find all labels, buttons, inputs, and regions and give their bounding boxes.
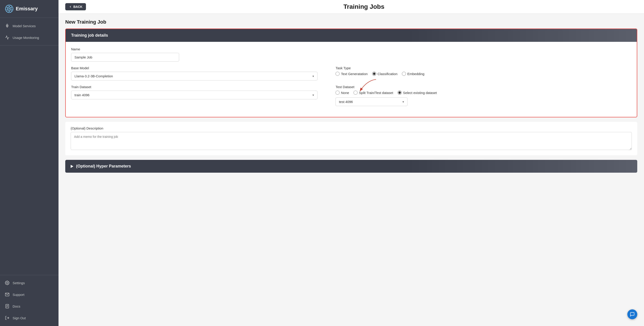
test-dataset-radio-group: None Split Train/Test dataset Select exi… xyxy=(336,91,632,95)
radio-split-label: Split Train/Test dataset xyxy=(359,91,393,95)
test-dataset-select[interactable]: test 4096 test 2048 test 512 xyxy=(336,97,408,106)
document-icon xyxy=(5,304,10,309)
sidebar-logo: Emissary xyxy=(0,0,58,18)
radio-classification-input[interactable] xyxy=(372,72,376,76)
sidebar-item-label-docs: Docs xyxy=(12,305,20,308)
sidebar-item-sign-out[interactable]: Sign Out xyxy=(0,312,58,324)
base-model-select-wrapper: Llama-3.2-3B-Completion Llama-3.2-7B-Com… xyxy=(71,72,318,80)
radio-text-gen-label: Text Generatation xyxy=(341,72,368,76)
radio-existing-label: Select existing dataset xyxy=(403,91,437,95)
signout-icon xyxy=(5,316,10,320)
svg-point-6 xyxy=(7,282,8,284)
radio-existing[interactable]: Select existing dataset xyxy=(398,91,437,95)
train-dataset-select[interactable]: train 4096 train 2048 train 512 xyxy=(71,91,318,99)
name-section: Name xyxy=(71,47,632,62)
train-dataset-label: Train Dataset xyxy=(71,85,318,89)
sidebar-nav: Model Services Usage Monitoring Settings xyxy=(0,18,58,326)
sidebar-item-label-sign-out: Sign Out xyxy=(12,316,26,320)
sidebar: Emissary Model Services Usage Monitoring xyxy=(0,0,58,326)
sidebar-item-model-services[interactable]: Model Services xyxy=(0,20,58,32)
radio-split[interactable]: Split Train/Test dataset xyxy=(354,91,393,95)
test-dataset-col: Test Dataset xyxy=(336,85,632,106)
rocket-icon xyxy=(5,23,10,28)
radio-embedding[interactable]: Embedding xyxy=(402,72,424,76)
radio-embedding-input[interactable] xyxy=(402,72,406,76)
radio-classification-label: Classification xyxy=(378,72,398,76)
radio-none-input[interactable] xyxy=(336,91,340,95)
test-dataset-label: Test Dataset xyxy=(336,85,632,89)
card-header-title: Training job details xyxy=(71,33,108,37)
sidebar-item-settings[interactable]: Settings xyxy=(0,277,58,289)
train-dataset-select-wrapper: train 4096 train 2048 train 512 xyxy=(71,91,318,99)
job-details-card: Training job details Name Base Model Lla… xyxy=(65,28,637,117)
back-button[interactable]: BACK xyxy=(65,3,86,10)
test-dataset-select-wrapper: test 4096 test 2048 test 512 xyxy=(336,97,408,106)
sidebar-divider-top xyxy=(0,45,58,45)
sidebar-item-label-usage-monitoring: Usage Monitoring xyxy=(12,36,39,39)
new-training-job-title: New Training Job xyxy=(65,19,637,25)
gear-icon xyxy=(5,281,10,285)
chat-fab-button[interactable] xyxy=(627,309,637,319)
envelope-icon xyxy=(5,292,10,297)
radio-text-gen-input[interactable] xyxy=(336,72,340,76)
description-section: (Optional) Description xyxy=(65,122,637,155)
svg-point-4 xyxy=(8,8,10,9)
name-input[interactable] xyxy=(71,53,179,62)
emissary-logo-icon xyxy=(5,4,14,13)
sidebar-item-label-support: Support xyxy=(12,293,24,297)
hyper-params-title: (Optional) Hyper Parameters xyxy=(76,164,131,169)
chart-icon xyxy=(5,35,10,40)
radio-none-label: None xyxy=(341,91,349,95)
chat-icon xyxy=(630,312,635,317)
radio-embedding-label: Embedding xyxy=(407,72,424,76)
task-type-label: Task Type xyxy=(336,66,632,70)
description-textarea[interactable] xyxy=(71,132,632,150)
sidebar-logo-text: Emissary xyxy=(16,6,38,12)
model-tasktype-row: Base Model Llama-3.2-3B-Completion Llama… xyxy=(71,66,632,80)
page-title: Training Jobs xyxy=(90,3,637,10)
base-model-select[interactable]: Llama-3.2-3B-Completion Llama-3.2-7B-Com… xyxy=(71,72,318,80)
radio-text-gen[interactable]: Text Generatation xyxy=(336,72,368,76)
task-type-radio-group: Text Generatation Classification Embeddi… xyxy=(336,72,632,76)
radio-existing-input[interactable] xyxy=(398,91,402,95)
train-dataset-col: Train Dataset train 4096 train 2048 trai… xyxy=(71,85,318,99)
base-model-label: Base Model xyxy=(71,66,318,70)
dataset-row: Train Dataset train 4096 train 2048 trai… xyxy=(71,85,632,106)
chevron-left-icon xyxy=(69,5,72,8)
sidebar-item-label-model-services: Model Services xyxy=(12,24,36,28)
triangle-right-icon xyxy=(71,165,73,168)
sidebar-item-docs[interactable]: Docs xyxy=(0,300,58,312)
sidebar-item-usage-monitoring[interactable]: Usage Monitoring xyxy=(0,32,58,43)
description-label: (Optional) Description xyxy=(71,126,632,130)
main-content: BACK Training Jobs New Training Job Trai… xyxy=(58,0,644,326)
card-header: Training job details xyxy=(66,29,637,42)
sidebar-item-support[interactable]: Support xyxy=(0,289,58,300)
task-type-col: Task Type Text Generatation Classificati… xyxy=(336,66,632,76)
topbar: BACK Training Jobs xyxy=(58,0,644,14)
hyper-params-section[interactable]: (Optional) Hyper Parameters xyxy=(65,160,637,173)
radio-split-input[interactable] xyxy=(354,91,358,95)
sidebar-divider-bottom xyxy=(0,275,58,275)
radio-classification[interactable]: Classification xyxy=(372,72,398,76)
name-label: Name xyxy=(71,47,632,51)
sidebar-bottom: Settings Support Docs xyxy=(0,277,58,326)
sidebar-item-label-settings: Settings xyxy=(12,281,25,285)
content-area: New Training Job Training job details Na… xyxy=(58,14,644,326)
base-model-col: Base Model Llama-3.2-3B-Completion Llama… xyxy=(71,66,318,80)
svg-point-5 xyxy=(7,25,8,26)
radio-none[interactable]: None xyxy=(336,91,349,95)
card-body: Name Base Model Llama-3.2-3B-Completion … xyxy=(66,42,637,117)
